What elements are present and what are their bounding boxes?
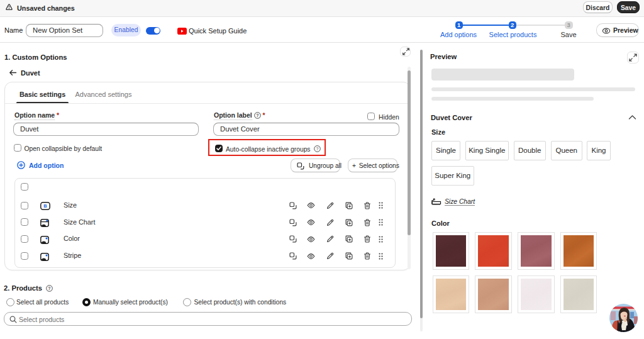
svg-text:?: ? (48, 286, 50, 291)
svg-text:B: B (43, 204, 47, 209)
svg-text:?: ? (316, 147, 319, 151)
svg-text:?: ? (256, 113, 258, 118)
